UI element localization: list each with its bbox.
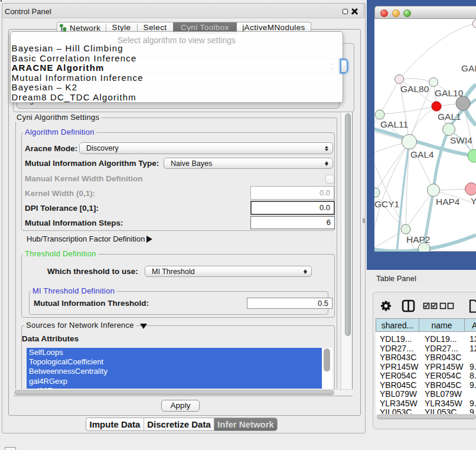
svg-text:HAP4: HAP4 <box>436 197 460 207</box>
svg-text:GAL11: GAL11 <box>380 119 408 129</box>
svg-text:Y: Y <box>471 196 476 206</box>
svg-text:GAL4: GAL4 <box>410 149 434 159</box>
svg-text:GCY1: GCY1 <box>374 199 399 209</box>
svg-text:HAP2: HAP2 <box>406 234 431 244</box>
svg-text:GAL10: GAL10 <box>435 88 464 98</box>
svg-text:GAL80: GAL80 <box>400 84 429 94</box>
svg-text:SWI4: SWI4 <box>450 135 472 145</box>
svg-text:GAL1: GAL1 <box>438 112 461 122</box>
svg-text:GAL7: GAL7 <box>461 63 476 73</box>
